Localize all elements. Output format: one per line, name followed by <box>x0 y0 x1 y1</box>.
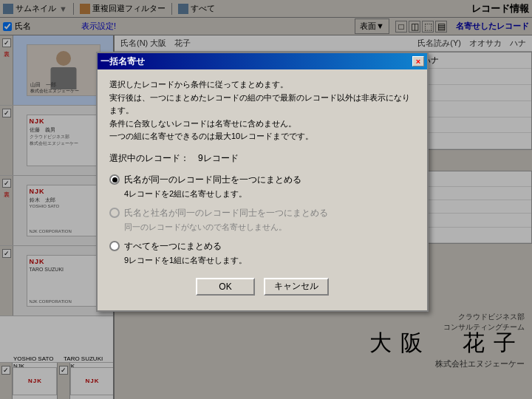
modal-dialog: 一括名寄せ × 選択したレコードから条件に従ってまとめます。 実行後は、一つにま… <box>96 52 429 312</box>
modal-body: 選択したレコードから条件に従ってまとめます。 実行後は、一つにまとめたレコードの… <box>98 69 427 310</box>
selection-info: 選択中のレコード： 9レコード <box>109 152 415 165</box>
radio-sub-3: 9レコードを1組に名寄せします。 <box>124 255 415 266</box>
radio-sub-1: 4レコードを2組に名寄せします。 <box>124 188 415 200</box>
modal-description: 選択したレコードから条件に従ってまとめます。 実行後は、一つにまとめたレコードの… <box>109 78 415 143</box>
cancel-button[interactable]: キャンセル <box>264 278 329 296</box>
modal-title: 一括名寄せ <box>100 55 145 68</box>
modal-close-button[interactable]: × <box>412 56 424 66</box>
radio-sub-2: 同一のレコードがないので名寄せしません。 <box>124 222 415 233</box>
radio-option-1: 氏名が同一のレコード同士を一つにまとめる 4レコードを2組に名寄せします。 <box>109 174 415 200</box>
ok-button[interactable]: OK <box>196 278 255 296</box>
modal-buttons: OK キャンセル <box>109 278 415 301</box>
radio-input-2[interactable] <box>109 208 120 218</box>
radio-input-3[interactable] <box>109 241 120 251</box>
radio-input-1[interactable] <box>109 174 120 185</box>
modal-titlebar: 一括名寄せ × <box>98 53 427 69</box>
radio-options: 氏名が同一のレコード同士を一つにまとめる 4レコードを2組に名寄せします。 氏名… <box>109 174 415 266</box>
radio-option-3: すべてを一つにまとめる 9レコードを1組に名寄せします。 <box>109 240 415 266</box>
radio-option-2: 氏名と社名が同一のレコード同士を一つにまとめる 同一のレコードがないので名寄せし… <box>109 207 415 233</box>
